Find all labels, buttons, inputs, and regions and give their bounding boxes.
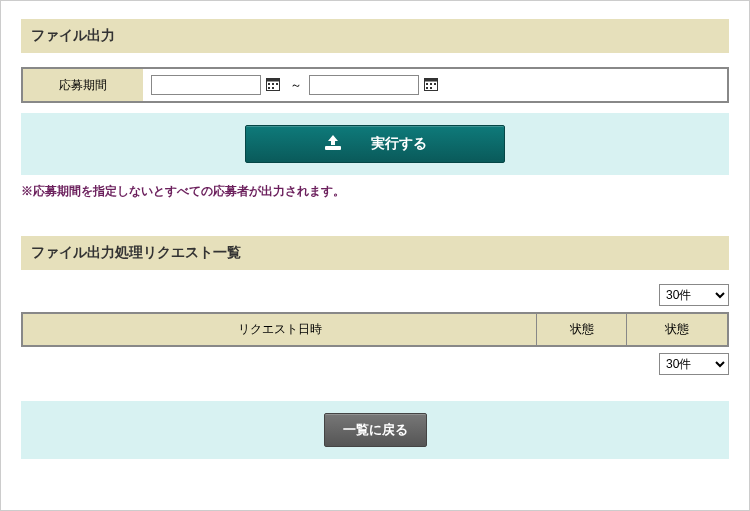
pager-bottom-row: 30件 — [21, 353, 729, 375]
period-label-cell: 応募期間 — [23, 69, 143, 101]
svg-rect-12 — [426, 87, 428, 89]
svg-rect-10 — [430, 83, 432, 85]
date-from-input[interactable] — [151, 75, 261, 95]
svg-rect-13 — [430, 87, 432, 89]
page-frame: ファイル出力 応募期間 ～ — [0, 0, 750, 511]
pager-top-row: 30件 — [21, 284, 729, 306]
execute-action-bar: 実行する — [21, 113, 729, 175]
page-size-select-bottom[interactable]: 30件 — [659, 353, 729, 375]
execute-button-label: 実行する — [371, 135, 427, 153]
svg-rect-11 — [434, 83, 436, 85]
svg-rect-2 — [268, 83, 270, 85]
date-to-input[interactable] — [309, 75, 419, 95]
col-header-datetime: リクエスト日時 — [23, 314, 537, 345]
section-header-request-list: ファイル出力処理リクエスト一覧 — [21, 236, 729, 270]
svg-rect-6 — [272, 87, 274, 89]
svg-rect-3 — [272, 83, 274, 85]
period-note: ※応募期間を指定しないとすべての応募者が出力されます。 — [21, 183, 729, 200]
back-action-bar: 一覧に戻る — [21, 401, 729, 459]
col-header-status2: 状態 — [627, 314, 727, 345]
table-header-row: リクエスト日時 状態 状態 — [23, 314, 727, 345]
svg-rect-1 — [267, 78, 280, 81]
svg-rect-8 — [425, 78, 438, 81]
svg-rect-4 — [276, 83, 278, 85]
request-list-table: リクエスト日時 状態 状態 — [21, 312, 729, 347]
upload-icon — [323, 135, 343, 154]
period-label: 応募期間 — [59, 78, 107, 92]
calendar-icon[interactable] — [266, 77, 280, 94]
execute-button[interactable]: 実行する — [245, 125, 505, 163]
range-separator: ～ — [290, 77, 302, 94]
calendar-icon[interactable] — [424, 77, 438, 94]
page-size-select-top[interactable]: 30件 — [659, 284, 729, 306]
back-to-list-button[interactable]: 一覧に戻る — [324, 413, 427, 447]
svg-rect-9 — [426, 83, 428, 85]
col-header-status1: 状態 — [537, 314, 627, 345]
period-value-cell: ～ — [143, 69, 727, 101]
filter-form-table: 応募期間 ～ — [21, 67, 729, 103]
svg-rect-14 — [325, 146, 341, 150]
section-header-export: ファイル出力 — [21, 19, 729, 53]
svg-rect-5 — [268, 87, 270, 89]
